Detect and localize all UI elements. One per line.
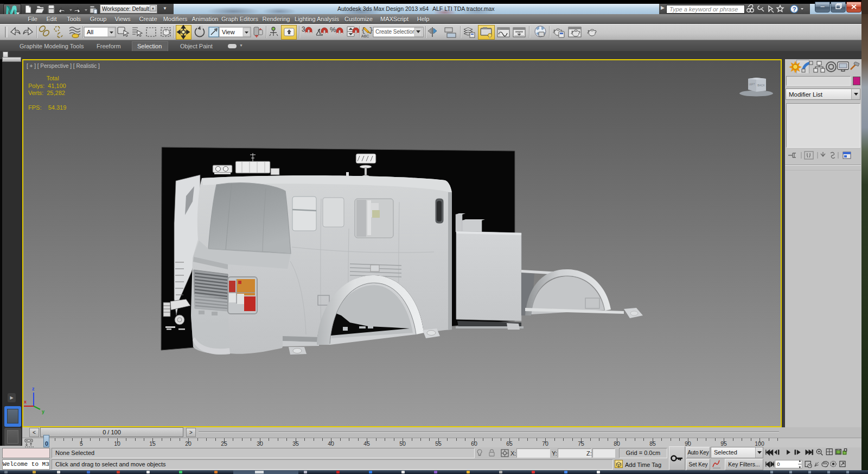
svg-text:?: ? xyxy=(793,6,796,12)
svg-text:All: All xyxy=(87,29,93,35)
svg-text:3: 3 xyxy=(302,26,305,33)
svg-text:y: y xyxy=(42,409,44,414)
svg-text:Create Selection: Create Selection xyxy=(375,29,416,35)
svg-text:LEFT: LEFT xyxy=(749,83,755,86)
svg-text:%: % xyxy=(330,26,336,34)
svg-text:BACK: BACK xyxy=(757,84,765,87)
svg-text:z: z xyxy=(32,386,35,391)
svg-text:x: x xyxy=(24,399,27,405)
svg-text:View: View xyxy=(222,29,235,35)
svg-text:0: 0 xyxy=(777,462,780,467)
svg-text:ABC: ABC xyxy=(361,34,369,38)
